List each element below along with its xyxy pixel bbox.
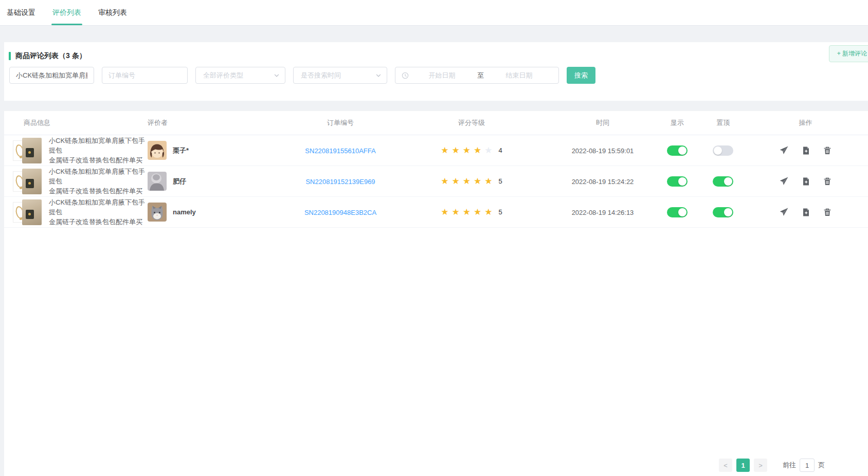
star-icon: ★	[484, 207, 492, 217]
next-page-button[interactable]: >	[754, 459, 767, 472]
col-header-order-no: 订单编号	[327, 118, 354, 127]
page-title: 商品评论列表（3 条）	[15, 51, 86, 61]
table-row: 小CK链条加粗加宽单肩腋下包手提包 金属链子改造替换包包配件单买 namely …	[4, 197, 868, 228]
review-time: 2022-08-19 14:26:13	[572, 209, 634, 216]
date-range-picker[interactable]: 开始日期 至 结束日期	[395, 67, 559, 84]
time-search-value: 是否搜索时间	[301, 71, 341, 80]
file-add-icon[interactable]	[802, 208, 810, 216]
star-icon: ★	[463, 176, 471, 187]
order-no-link[interactable]: SN220819155610AFFA	[305, 147, 375, 155]
avatar	[148, 203, 167, 222]
avatar	[148, 141, 167, 160]
star-icon: ★	[441, 176, 448, 187]
show-toggle[interactable]	[667, 145, 688, 156]
delete-icon[interactable]	[823, 147, 831, 155]
delete-icon[interactable]	[823, 208, 831, 216]
col-header-actions: 操作	[799, 118, 812, 127]
reviewer-cell: 栗子*	[148, 141, 292, 160]
order-no-link[interactable]: SN2208190948E3B2CA	[304, 209, 376, 216]
star-icon: ★	[441, 207, 448, 217]
product-image-photo	[22, 199, 42, 225]
filter-row: 全部评价类型 是否搜索时间 开始日期 至 结束日期 搜索	[9, 67, 595, 84]
file-add-icon[interactable]	[802, 177, 810, 186]
filter-panel: 商品评论列表（3 条） + 新增评论 全部评价类型 是否搜索时间 开始日	[4, 42, 868, 101]
order-no-input[interactable]	[102, 71, 187, 79]
star-icon: ★	[474, 176, 481, 187]
product-thumbnails	[13, 169, 43, 194]
show-toggle[interactable]	[667, 207, 688, 217]
date-separator: 至	[475, 71, 486, 80]
tab-review-list[interactable]: 评价列表	[52, 0, 81, 25]
time-search-select[interactable]: 是否搜索时间	[293, 67, 387, 84]
rating-value: 4	[499, 147, 502, 154]
col-header-reviewer: 评价者	[148, 118, 292, 127]
product-title-line2: 金属链子改造替换包包配件单买	[49, 217, 148, 227]
product-image-photo	[22, 169, 42, 194]
panel-title-row: 商品评论列表（3 条）	[4, 42, 868, 61]
title-accent-bar	[9, 52, 11, 60]
add-review-button[interactable]: + 新增评论	[829, 45, 868, 62]
product-thumbnails	[13, 138, 43, 163]
top-toggle[interactable]	[713, 207, 733, 217]
send-icon[interactable]	[780, 146, 788, 155]
tab-basic-settings[interactable]: 基础设置	[7, 0, 35, 25]
actions-cell	[780, 208, 831, 216]
reviewer-cell: 肥仔	[148, 172, 292, 191]
send-icon[interactable]	[780, 177, 788, 186]
avatar	[148, 172, 167, 191]
order-no-link[interactable]: SN220819152139E969	[305, 178, 375, 186]
date-end-placeholder[interactable]: 结束日期	[486, 71, 552, 80]
page-unit-label: 页	[818, 461, 825, 470]
product-title-line2: 金属链子改造替换包包配件单买	[49, 155, 148, 165]
star-icon: ★	[441, 145, 448, 156]
show-toggle[interactable]	[667, 176, 688, 187]
star-rating: ★★★★★ 5	[441, 176, 502, 187]
goto-page-input[interactable]	[800, 459, 815, 472]
star-icon: ★	[484, 145, 492, 156]
product-image-photo	[22, 138, 42, 163]
search-button[interactable]: 搜索	[567, 67, 595, 84]
send-icon[interactable]	[780, 208, 788, 216]
table-header-row: 商品信息 评价者 订单编号 评分等级 时间 显示 置顶 操作	[4, 111, 868, 135]
review-table: 商品信息 评价者 订单编号 评分等级 时间 显示 置顶 操作 小CK链条加粗加宽…	[4, 111, 868, 476]
product-thumbnails	[13, 199, 43, 225]
product-cell: 小CK链条加粗加宽单肩腋下包手提包 金属链子改造替换包包配件单买	[13, 136, 148, 165]
product-keyword-input[interactable]	[10, 71, 94, 79]
order-no-field	[102, 67, 188, 84]
star-icon: ★	[463, 145, 471, 156]
star-icon: ★	[474, 145, 481, 156]
star-icon: ★	[474, 207, 481, 217]
prev-page-button[interactable]: <	[719, 459, 732, 472]
file-add-icon[interactable]	[802, 147, 810, 155]
col-header-product: 商品信息	[13, 118, 148, 127]
star-icon: ★	[452, 176, 460, 187]
actions-cell	[780, 177, 831, 186]
star-icon: ★	[463, 207, 471, 217]
star-icon: ★	[452, 145, 460, 156]
reviewer-cell: namely	[148, 203, 292, 222]
tab-audit-list[interactable]: 审核列表	[98, 0, 127, 25]
reviewer-name: 栗子*	[173, 146, 189, 155]
reviewer-name: namely	[173, 208, 196, 216]
review-time: 2022-08-19 15:24:22	[572, 178, 634, 186]
date-start-placeholder[interactable]: 开始日期	[409, 71, 475, 80]
col-header-rating: 评分等级	[458, 118, 485, 127]
col-header-top: 置顶	[716, 118, 730, 127]
col-header-show: 显示	[671, 118, 684, 127]
top-toggle[interactable]	[713, 145, 733, 156]
review-time: 2022-08-19 15:59:01	[572, 147, 634, 155]
top-toggle[interactable]	[713, 176, 733, 187]
actions-cell	[780, 146, 831, 155]
pagination: < 1 > 前往 页	[717, 459, 825, 472]
col-header-time: 时间	[596, 118, 609, 127]
chevron-down-icon	[274, 72, 280, 79]
product-title-line1: 小CK链条加粗加宽单肩腋下包手提包	[49, 197, 148, 217]
star-icon: ★	[452, 207, 460, 217]
product-cell: 小CK链条加粗加宽单肩腋下包手提包 金属链子改造替换包包配件单买	[13, 197, 148, 227]
chevron-down-icon	[375, 72, 382, 79]
page-1-button[interactable]: 1	[736, 459, 750, 472]
product-keyword-field	[9, 67, 94, 84]
delete-icon[interactable]	[823, 177, 831, 186]
review-type-select[interactable]: 全部评价类型	[195, 67, 285, 84]
review-type-value: 全部评价类型	[203, 71, 243, 80]
